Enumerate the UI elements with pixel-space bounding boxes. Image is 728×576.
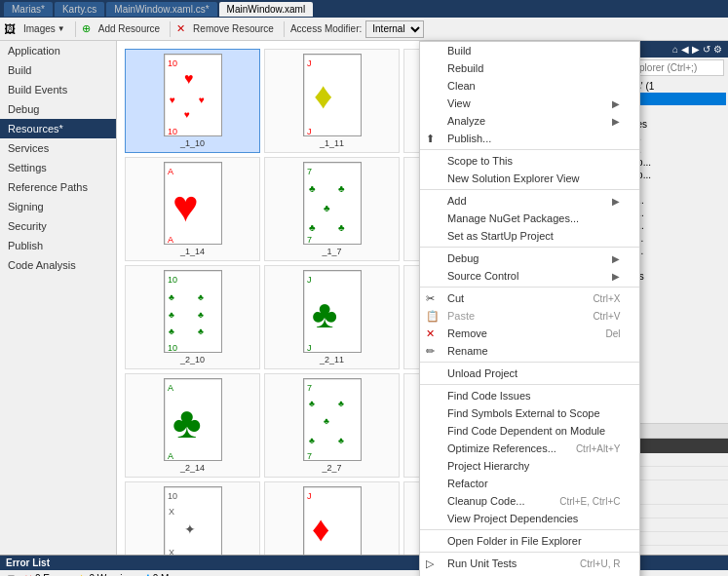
cm-item-view[interactable]: View ▶ (420, 95, 639, 112)
access-modifier-label: Access Modifier: (290, 23, 362, 34)
cm-item-scope[interactable]: Scope to This (420, 152, 639, 170)
remove-resource-button[interactable]: Remove Resource (189, 21, 278, 36)
cm-item-clean[interactable]: Clean (420, 77, 639, 95)
svg-text:♣: ♣ (309, 399, 315, 408)
arrow-icon-add: ▶ (612, 196, 620, 207)
cm-item-cut[interactable]: ✂ Cut Ctrl+X (420, 289, 639, 307)
remove-resource-icon: ✕ (176, 22, 185, 35)
cm-item-open-folder[interactable]: Open Folder in File Explorer (420, 532, 639, 550)
filter-icon[interactable]: ▼ (6, 572, 17, 576)
cm-label-find-issues: Find Code Issues (447, 390, 531, 402)
svg-text:X: X (169, 548, 174, 555)
svg-text:♣: ♣ (172, 398, 202, 447)
svg-text:♦: ♦ (312, 509, 329, 549)
cm-item-remove[interactable]: ✕ Remove Del (420, 325, 639, 342)
sidebar-item-settings[interactable]: Settings (0, 158, 116, 177)
access-modifier-select[interactable]: Internal (365, 20, 424, 38)
cm-item-add[interactable]: Add ▶ (420, 192, 639, 210)
svg-text:J: J (307, 491, 312, 501)
cm-sep-1 (420, 149, 639, 150)
cm-label-scope: Scope to This (447, 155, 513, 167)
sidebar-item-reference-paths[interactable]: Reference Paths (0, 177, 116, 197)
cm-item-paste[interactable]: 📋 Paste Ctrl+V (420, 307, 639, 325)
add-resource-button[interactable]: Add Resource (95, 21, 164, 36)
sidebar-item-services[interactable]: Services (0, 138, 116, 158)
svg-text:♣: ♣ (312, 292, 337, 335)
cm-item-rename[interactable]: ✏ Rename (420, 342, 639, 360)
arrow-icon-view: ▶ (612, 98, 620, 109)
sidebar-item-publish[interactable]: Publish (0, 236, 116, 255)
cm-item-publish[interactable]: ⬆ Publish... (420, 130, 639, 147)
resource-item-1-14[interactable]: A ♥ A _1_14 (125, 157, 260, 261)
resource-item-2-11[interactable]: J ♣ J _2_11 (264, 265, 400, 369)
cm-label-analyze: Analyze (447, 115, 485, 127)
rename-icon: ✏ (426, 345, 435, 358)
cm-label-find-symbols: Find Symbols External to Scope (447, 407, 600, 419)
cm-item-hierarchy[interactable]: Project Hierarchy (420, 457, 639, 475)
cm-item-new-explorer[interactable]: New Solution Explorer View (420, 170, 639, 187)
tab-mainwindow-cs[interactable]: MainWindow.xaml.cs* (106, 2, 216, 17)
cm-item-build[interactable]: Build (420, 42, 639, 59)
sidebar-item-build-events[interactable]: Build Events (0, 80, 116, 99)
images-icon: 🖼 (4, 22, 16, 36)
cm-label-refactor: Refactor (447, 478, 488, 489)
error-count-messages: ℹ 0 Messages (146, 573, 206, 577)
cm-item-view-deps[interactable]: View Project Dependencies (420, 510, 639, 527)
resource-label-2-7: _2_7 (322, 463, 341, 473)
resource-item-2-7[interactable]: 7 ♣ ♣ ♣ ♣ ♣ 7 _2_7 (264, 373, 400, 478)
sidebar-item-signing[interactable]: Signing (0, 197, 116, 216)
cm-item-debug-tests[interactable]: ⬦ Debug Unit Tests Ctrl+U, D (420, 572, 639, 576)
resource-label-2-14: _2_14 (180, 463, 205, 473)
error-x-icon: ✕ (24, 573, 32, 577)
tab-marias[interactable]: Marias* (4, 2, 53, 17)
resource-item-1-7[interactable]: 7 ♣ ♣ ♣ ♣ ♣ 7 _1_7 (264, 157, 400, 261)
cm-item-optimize[interactable]: Optimize References... Ctrl+Alt+Y (420, 440, 639, 457)
forward-icon[interactable]: ▶ (692, 44, 700, 55)
sidebar-item-debug[interactable]: Debug (0, 99, 116, 119)
resource-item-1-11[interactable]: J ♦ J _1_11 (264, 49, 400, 153)
cm-item-cleanup[interactable]: Cleanup Code... Ctrl+E, Ctrl+C (420, 492, 639, 510)
resource-item-3-10[interactable]: 10 X ✦ X 10 _3_10 (125, 481, 260, 555)
cm-label-cleanup: Cleanup Code... (447, 495, 525, 507)
svg-text:♥: ♥ (184, 109, 190, 120)
paste-icon: 📋 (426, 310, 440, 323)
resource-item-1-10[interactable]: 10 ♥ ♥ ♥ ♥ 10 _1_10 (125, 49, 260, 153)
cm-item-find-symbols[interactable]: Find Symbols External to Scope (420, 404, 639, 422)
cm-item-refactor[interactable]: Refactor (420, 475, 639, 492)
sidebar-item-application[interactable]: Application (0, 41, 116, 60)
sidebar-item-resources[interactable]: Resources* (0, 119, 116, 138)
refresh-icon[interactable]: ↺ (703, 44, 710, 55)
resource-label-1-7: _1_7 (322, 247, 341, 256)
cm-item-nuget[interactable]: Manage NuGet Packages... (420, 210, 639, 227)
svg-text:J: J (307, 127, 312, 136)
resource-item-3-11[interactable]: J ♦ J _3_11 (264, 481, 400, 555)
svg-text:♣: ♣ (309, 183, 316, 194)
images-button[interactable]: Images ▼ (19, 21, 69, 36)
cm-item-analyze[interactable]: Analyze ▶ (420, 112, 639, 130)
cm-item-startup[interactable]: Set as StartUp Project (420, 227, 639, 245)
svg-text:♣: ♣ (338, 436, 344, 445)
resource-item-2-14[interactable]: A ♣ A _2_14 (125, 373, 260, 478)
resource-item-2-10[interactable]: 10 ♣ ♣ ♣ ♣ ♣ ♣ 10 _2_10 (125, 265, 260, 369)
cm-item-unload[interactable]: Unload Project (420, 365, 639, 382)
home-icon[interactable]: ⌂ (672, 44, 678, 55)
cm-item-debug[interactable]: Debug ▶ (420, 250, 639, 267)
cm-item-source-control[interactable]: Source Control ▶ (420, 267, 639, 285)
sidebar-item-code-analysis[interactable]: Code Analysis (0, 255, 116, 275)
settings-icon[interactable]: ⚙ (713, 44, 722, 55)
svg-text:♥: ♥ (199, 95, 205, 105)
svg-text:♣: ♣ (324, 203, 330, 213)
sidebar-item-build[interactable]: Build (0, 60, 116, 80)
cm-item-find-issues[interactable]: Find Code Issues (420, 387, 639, 404)
resource-label-1-10: _1_10 (180, 138, 205, 148)
svg-rect-7 (304, 55, 362, 136)
tab-mainwindow-xaml[interactable]: MainWindow.xaml (219, 2, 314, 17)
cm-shortcut-paste: Ctrl+V (593, 311, 620, 322)
back-icon[interactable]: ◀ (681, 44, 689, 55)
cm-item-run-tests[interactable]: ▷ Run Unit Tests Ctrl+U, R (420, 555, 639, 572)
tab-karty[interactable]: Karty.cs (55, 2, 104, 17)
cm-item-find-dependent[interactable]: Find Code Dependent on Module (420, 422, 639, 440)
cm-item-rebuild[interactable]: Rebuild (420, 59, 639, 77)
cm-label-optimize: Optimize References... (447, 442, 556, 454)
sidebar-item-security[interactable]: Security (0, 216, 116, 236)
